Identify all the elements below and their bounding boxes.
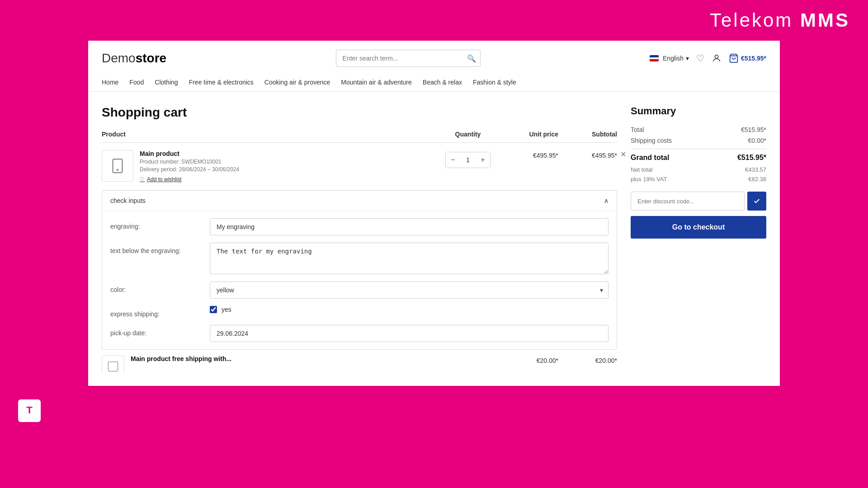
subtotal-value-2: €20.00*: [595, 357, 617, 364]
quantity-decrease-1[interactable]: −: [446, 152, 460, 168]
nav-item-fashion[interactable]: Fashion & style: [473, 73, 516, 91]
color-select-wrapper: yellow red blue green ▾: [210, 282, 609, 299]
summary-shipping-value: €0.00*: [748, 137, 766, 144]
language-label: English: [663, 55, 684, 62]
nav-item-home[interactable]: Home: [102, 73, 118, 91]
nav-bar: Home Food Clothing Free time & electroni…: [88, 73, 780, 92]
col-unit-price: Unit price: [500, 131, 558, 138]
product-info-2: Main product free shipping with...: [102, 355, 436, 372]
summary-title: Summary: [631, 105, 766, 117]
check-inputs-header[interactable]: check inputs ∧: [102, 191, 617, 211]
pickup-date-input[interactable]: [210, 325, 609, 342]
summary-shipping-label: Shipping costs: [631, 137, 672, 144]
form-row-express: express shipping: yes: [110, 306, 609, 318]
heart-icon-1: ♡: [140, 176, 145, 183]
cart-icon-wrap[interactable]: €515.95*: [729, 53, 766, 63]
wishlist-icon[interactable]: ♡: [696, 53, 704, 64]
net-total-value: €433.57: [745, 166, 766, 173]
search-input[interactable]: [336, 50, 481, 67]
account-icon[interactable]: [712, 53, 722, 63]
check-inputs-label: check inputs: [110, 197, 146, 204]
search-icon: 🔍: [467, 54, 476, 63]
checkout-button[interactable]: Go to checkout: [631, 216, 766, 239]
express-shipping-checkbox-row: yes: [210, 306, 231, 313]
page-content: Shopping cart Product Quantity Unit pric…: [88, 92, 780, 386]
summary-row-net: Net total €433.57: [631, 166, 766, 173]
check-inputs-body: engraving: text below the engraving: The…: [102, 211, 617, 349]
grand-total-label: Grand total: [631, 154, 669, 162]
nav-item-clothing[interactable]: Clothing: [155, 73, 178, 91]
cart-item-2-partial: Main product free shipping with... €20.0…: [102, 350, 617, 372]
color-label: color:: [110, 282, 201, 293]
nav-item-food[interactable]: Food: [129, 73, 144, 91]
col-product: Product: [102, 131, 436, 138]
col-subtotal: Subtotal: [558, 131, 617, 138]
cart-item-1: Main product Product number: SWDEMO10001…: [102, 143, 617, 190]
summary-section: Summary Total €515.95* Shipping costs €0…: [631, 105, 766, 372]
form-row-engraving: engraving:: [110, 218, 609, 235]
language-chevron: ▾: [686, 55, 689, 62]
check-inputs-chevron: ∧: [604, 197, 609, 204]
unit-price-1: €495.95*: [500, 150, 558, 159]
product-image-2: [102, 355, 124, 372]
express-shipping-label: express shipping:: [110, 306, 201, 318]
nav-item-cooking[interactable]: Cooking air & provence: [264, 73, 330, 91]
discount-apply-button[interactable]: [747, 192, 766, 211]
remove-item-1[interactable]: ✕: [620, 150, 626, 159]
subtotal-value-1: €495.95*: [592, 152, 617, 159]
add-wishlist-label-1: Add to wishlist: [147, 176, 182, 183]
top-banner: Telekom MMS: [0, 0, 868, 41]
net-total-label: Net total: [631, 166, 652, 173]
search-bar-container: 🔍: [336, 50, 481, 67]
color-select[interactable]: yellow red blue green: [210, 282, 609, 299]
cart-section: Shopping cart Product Quantity Unit pric…: [102, 105, 617, 372]
express-shipping-checkbox-label: yes: [222, 306, 231, 313]
telekom-logo-bold: MMS: [800, 9, 850, 31]
store-name-regular: Demo: [102, 51, 136, 65]
svg-rect-4: [108, 362, 118, 371]
nav-item-mountain[interactable]: Mountain air & adventure: [341, 73, 411, 91]
product-details-1: Main product Product number: SWDEMO10001…: [140, 150, 436, 183]
engraving-input[interactable]: [210, 218, 609, 235]
store-logo: Demostore: [102, 51, 166, 66]
cart-table-header: Product Quantity Unit price Subtotal: [102, 131, 617, 143]
store-header: Demostore 🔍 English ▾ ♡: [88, 41, 780, 67]
telekom-logo-regular: Telekom: [710, 9, 800, 31]
product-name-1: Main product: [140, 150, 436, 157]
quantity-increase-1[interactable]: +: [476, 152, 490, 168]
express-shipping-checkbox[interactable]: [210, 306, 217, 313]
discount-code-input[interactable]: [631, 192, 745, 211]
nav-item-free-time[interactable]: Free time & electronics: [189, 73, 254, 91]
page-title: Shopping cart: [102, 105, 617, 120]
store-name-bold: store: [136, 51, 166, 65]
col-quantity: Quantity: [436, 131, 500, 138]
main-container: Demostore 🔍 English ▾ ♡: [88, 41, 780, 386]
product-details-2: Main product free shipping with...: [131, 355, 436, 364]
quantity-value-1: 1: [460, 156, 476, 164]
language-selector[interactable]: English ▾: [650, 55, 689, 62]
form-row-pickup-date: pick-up date:: [110, 325, 609, 342]
product-sku-1: Product number: SWDEMO10001: [140, 159, 436, 165]
telekom-logo: Telekom MMS: [710, 9, 850, 31]
text-below-input[interactable]: The text for my engraving: [210, 243, 609, 274]
unit-price-2: €20.00*: [500, 355, 558, 364]
check-inputs-section: check inputs ∧ engraving: text below the…: [102, 190, 617, 350]
discount-row: [631, 192, 766, 211]
cart-total: €515.95*: [741, 55, 766, 62]
text-below-label: text below the engraving:: [110, 243, 201, 254]
telekom-t-icon: T: [18, 399, 41, 422]
vat-label: plus 19% VAT: [631, 176, 667, 183]
product-name-2: Main product free shipping with...: [131, 355, 436, 362]
summary-row-shipping: Shipping costs €0.00*: [631, 137, 766, 144]
flag-icon: [650, 55, 659, 61]
summary-row-total: Total €515.95*: [631, 126, 766, 133]
quantity-control-1: − 1 +: [445, 152, 491, 168]
svg-point-0: [715, 55, 718, 58]
form-row-color: color: yellow red blue green ▾: [110, 282, 609, 299]
bottom-bar: T: [0, 386, 868, 436]
subtotal-1: €495.95* ✕: [558, 150, 617, 159]
nav-item-beach[interactable]: Beach & relax: [423, 73, 462, 91]
add-wishlist-1[interactable]: ♡ Add to wishlist: [140, 176, 436, 183]
summary-total-label: Total: [631, 126, 644, 133]
pickup-date-label: pick-up date:: [110, 325, 201, 337]
